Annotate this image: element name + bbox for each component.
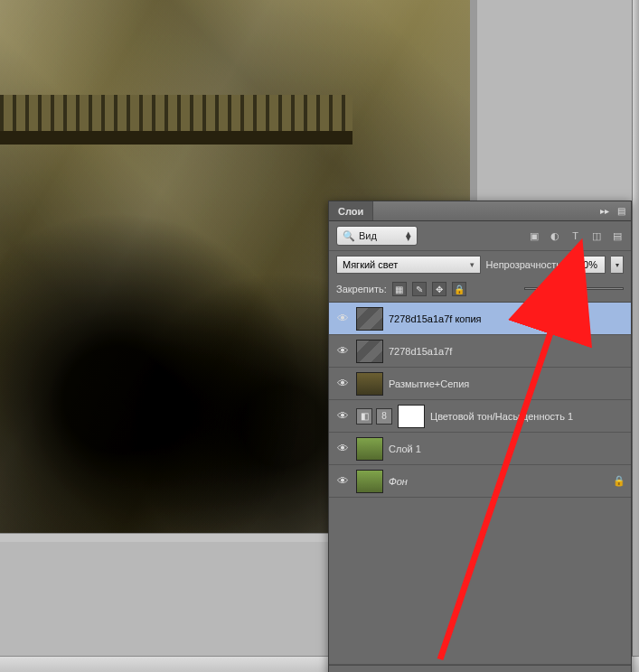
filter-smart-icon[interactable]: ▤ (610, 229, 624, 243)
lock-brush-icon[interactable]: ✎ (412, 282, 427, 296)
layer-name[interactable]: Цветовой тон/Насыщенность 1 (430, 411, 625, 422)
layer-thumb[interactable] (356, 437, 383, 461)
tab-layers[interactable]: Слои (329, 201, 373, 220)
filter-search-icon: 🔍 (343, 230, 355, 242)
opacity-slider[interactable] (524, 280, 624, 296)
layer-thumb[interactable] (356, 372, 383, 396)
layer-mask-thumb[interactable] (398, 405, 425, 428)
bridge-shape (0, 95, 352, 145)
filter-adjust-icon[interactable]: ◐ (548, 229, 561, 243)
layer-row[interactable]: 👁Размытие+Сепия (329, 368, 631, 400)
layer-name[interactable]: 7278d15a1a7f копия (389, 313, 625, 324)
lock-indicator-icon: 🔒 (613, 475, 625, 487)
layer-thumb[interactable] (356, 470, 383, 493)
blend-opacity-row: Мягкий свет Непрозрачность: 50% ▾ (329, 251, 631, 278)
panel-menu-icon[interactable]: ▤ (615, 205, 627, 218)
adjustment-icon[interactable]: ◐ (537, 669, 551, 673)
layer-row[interactable]: 👁7278d15a1a7f копия (329, 303, 631, 335)
visibility-icon[interactable]: 👁 (334, 376, 351, 392)
layer-name[interactable]: Фон (389, 476, 607, 487)
delete-layer-icon[interactable]: 🗑 (607, 669, 622, 673)
layers-list: 👁7278d15a1a7f копия👁7278d15a1a7f👁Размыти… (329, 303, 631, 498)
lock-all-icon[interactable]: 🔒 (452, 282, 466, 296)
filter-row: 🔍 Вид ▴▾ ▣ ◐ T ◫ ▤ (329, 221, 631, 251)
blend-mode-label: Мягкий свет (343, 259, 398, 270)
layer-name[interactable]: Размытие+Сепия (389, 378, 625, 389)
group-icon[interactable]: 📁 (560, 669, 575, 673)
visibility-icon[interactable]: 👁 (334, 473, 351, 490)
mask-icon[interactable]: ◐ (513, 669, 528, 673)
filter-text-icon[interactable]: T (569, 229, 582, 243)
visibility-icon[interactable]: 👁 (334, 311, 351, 327)
slider-thumb[interactable] (565, 283, 574, 294)
opacity-input[interactable]: 50% (569, 256, 606, 274)
adjust-thumb-icon[interactable]: ◧ (356, 408, 372, 425)
panel-tab-bar: Слои ▸▸ ▤ (329, 201, 631, 221)
layers-empty-area[interactable] (329, 498, 631, 665)
filter-path-icon[interactable]: ◫ (589, 229, 603, 243)
layer-row[interactable]: 👁◧8Цветовой тон/Насыщенность 1 (329, 400, 631, 433)
lock-row: Закрепить: ▦ ✎ ✥ 🔒 (329, 278, 631, 303)
layers-panel: Слои ▸▸ ▤ 🔍 Вид ▴▾ ▣ ◐ T ◫ ▤ Мягкий свет… (328, 201, 632, 672)
lock-move-icon[interactable]: ✥ (432, 282, 446, 296)
filter-icons: ▣ ◐ T ◫ ▤ (527, 229, 624, 243)
link-mask-icon[interactable]: 8 (376, 408, 392, 425)
vertical-scrollbar[interactable] (632, 0, 639, 672)
blend-mode-select[interactable]: Мягкий свет (336, 256, 481, 274)
opacity-dropdown-icon[interactable]: ▾ (611, 256, 624, 274)
layer-thumb[interactable] (356, 340, 383, 363)
opacity-label: Непрозрачность: (486, 259, 564, 270)
lock-pixels-icon[interactable]: ▦ (392, 282, 407, 296)
layer-thumb[interactable] (356, 307, 383, 331)
layer-row[interactable]: 👁7278d15a1a7f (329, 335, 631, 368)
new-layer-icon[interactable]: ▭ (584, 669, 598, 673)
select-arrows-icon: ▴▾ (406, 231, 411, 240)
link-layers-icon[interactable]: ⬭ (466, 669, 481, 673)
filter-type-select[interactable]: 🔍 Вид ▴▾ (336, 226, 418, 246)
filter-type-label: Вид (359, 230, 377, 241)
filter-pixel-icon[interactable]: ▣ (527, 229, 540, 243)
layer-name[interactable]: 7278d15a1a7f (389, 346, 625, 357)
collapse-panel-icon[interactable]: ▸▸ (598, 205, 611, 218)
visibility-icon[interactable]: 👁 (334, 441, 351, 457)
layer-name[interactable]: Слой 1 (389, 443, 625, 454)
lock-label: Закрепить: (336, 284, 387, 294)
panel-footer: ⬭ fx ◐ ◐ 📁 ▭ 🗑 (329, 665, 631, 672)
visibility-icon[interactable]: 👁 (334, 408, 351, 425)
fx-icon[interactable]: fx (490, 669, 504, 673)
slider-track (524, 287, 624, 290)
layer-row[interactable]: 👁Слой 1 (329, 433, 631, 465)
visibility-icon[interactable]: 👁 (334, 343, 351, 359)
layer-row[interactable]: 👁Фон🔒 (329, 465, 631, 498)
